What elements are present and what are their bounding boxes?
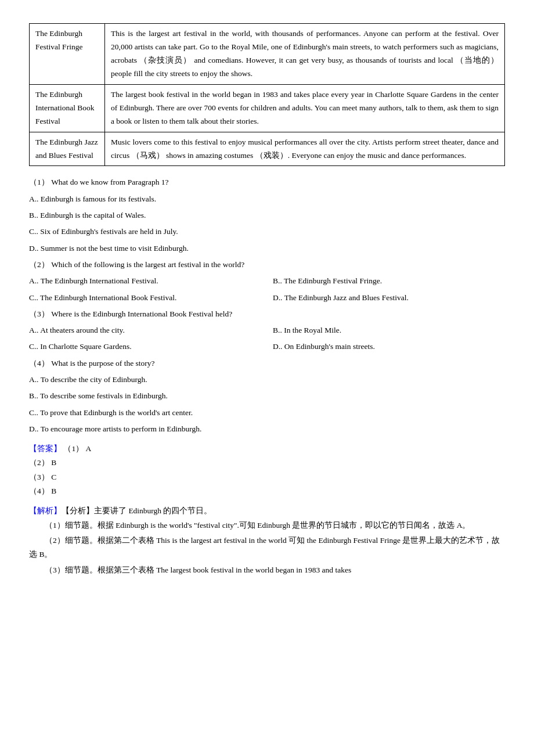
- question-option: B.. To describe some festivals in Edinbu…: [29, 389, 505, 403]
- analysis-intro-line: 【解析】【分析】主要讲了 Edinburgh 的四个节日。: [29, 504, 505, 518]
- question-option: D.. The Edinburgh Jazz and Blues Festiva…: [273, 291, 505, 305]
- question-option: B.. In the Royal Mile.: [273, 323, 505, 337]
- question-option: D.. Summer is not the best time to visit…: [29, 242, 505, 255]
- question-block: （2） Which of the following is the larges…: [29, 258, 505, 305]
- options-row: A.. At theaters around the city.B.. In t…: [29, 323, 505, 337]
- answer-line: （3） C: [29, 470, 505, 484]
- festival-title: The Edinburgh Festival Fringe: [30, 24, 105, 85]
- answer-first-line: 【答案】 （1） A: [29, 442, 505, 456]
- question-option: B.. Edinburgh is the capital of Wales.: [29, 208, 505, 222]
- question-block: （1） What do we know from Paragraph 1?A..…: [29, 175, 505, 255]
- options-row: C.. In Charlotte Square Gardens.D.. On E…: [29, 340, 505, 354]
- question-option: A.. The Edinburgh International Festival…: [29, 274, 261, 288]
- festival-content: Music lovers come to this festival to en…: [105, 132, 505, 166]
- question-option: D.. On Edinburgh's main streets.: [273, 340, 505, 354]
- answer-section: 【答案】 （1） A（2） B（3） C（4） B: [29, 442, 505, 498]
- question-option: A.. To describe the city of Edinburgh.: [29, 373, 505, 387]
- question-header: （2） Which of the following is the larges…: [29, 258, 505, 272]
- analysis-paragraph: （1）细节题。根据 Edinburgh is the world's "fest…: [29, 519, 505, 532]
- question-block: （3） Where is the Edinburgh International…: [29, 307, 505, 354]
- festival-title: The Edinburgh Jazz and Blues Festival: [30, 132, 105, 166]
- question-header: （1） What do we know from Paragraph 1?: [29, 175, 505, 189]
- analysis-paragraph: （2）细节题。根据第二个表格 This is the largest art f…: [29, 534, 505, 562]
- festival-table: The Edinburgh Festival Fringe This is th…: [29, 23, 505, 166]
- question-option: C.. In Charlotte Square Gardens.: [29, 340, 261, 354]
- festival-title: The Edinburgh International Book Festiva…: [30, 84, 105, 132]
- options-row: A.. The Edinburgh International Festival…: [29, 274, 505, 288]
- question-header: （3） Where is the Edinburgh International…: [29, 307, 505, 321]
- analysis-section: 【解析】【分析】主要讲了 Edinburgh 的四个节日。（1）细节题。根据 E…: [29, 504, 505, 577]
- question-block: （4） What is the purpose of the story?A..…: [29, 357, 505, 436]
- question-option: A.. At theaters around the city.: [29, 323, 261, 337]
- analysis-label: 【解析】: [29, 506, 62, 515]
- question-option: B.. The Edinburgh Festival Fringe.: [273, 274, 505, 288]
- answer-line: （4） B: [29, 484, 505, 498]
- analysis-paragraph: （3）细节题。根据第三个表格 The largest book festival…: [29, 563, 505, 577]
- question-option: C.. To prove that Edinburgh is the world…: [29, 406, 505, 420]
- options-row: C.. The Edinburgh International Book Fes…: [29, 291, 505, 305]
- festival-content: The largest book festival in the world b…: [105, 84, 505, 132]
- question-option: A.. Edinburgh is famous for its festival…: [29, 192, 505, 206]
- question-option: C.. Six of Edinburgh's festivals are hel…: [29, 225, 505, 239]
- question-option: D.. To encourage more artists to perform…: [29, 422, 505, 436]
- question-header: （4） What is the purpose of the story?: [29, 357, 505, 370]
- questions-section: （1） What do we know from Paragraph 1?A..…: [29, 175, 505, 436]
- question-option: C.. The Edinburgh International Book Fes…: [29, 291, 261, 305]
- answer-label: 【答案】: [29, 444, 62, 453]
- answer-line: （2） B: [29, 456, 505, 470]
- festival-content: This is the largest art festival in the …: [105, 24, 505, 85]
